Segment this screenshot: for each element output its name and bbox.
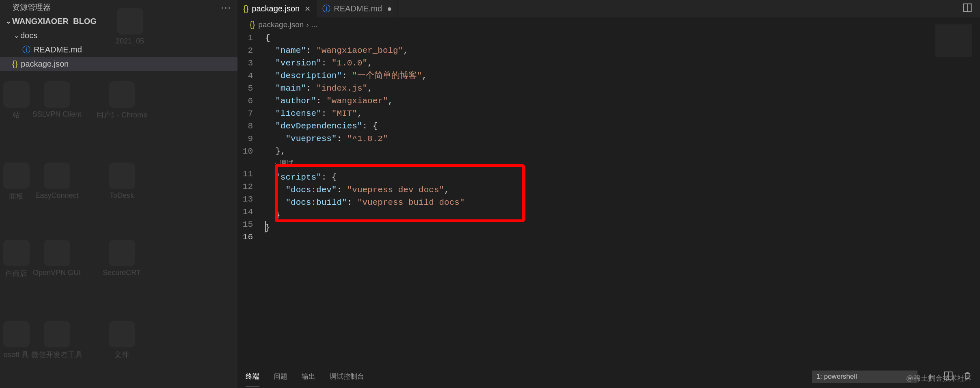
project-root[interactable]: WANGXIAOER_BLOG xyxy=(0,14,237,28)
more-icon[interactable]: ··· xyxy=(221,2,231,13)
json-icon: {} xyxy=(250,20,255,29)
code-content[interactable]: { "name": "wangxiaoer_bolg", "version": … xyxy=(265,32,980,365)
code-editor[interactable]: 1 2 3 4 5 6 7 8 9 10 11 12 13 14 15 16 { xyxy=(237,32,980,365)
chevron-down-icon xyxy=(12,32,20,39)
chevron-right-icon: › xyxy=(306,20,309,29)
codelens-debug[interactable]: ▷调试 xyxy=(265,158,980,171)
info-icon: ⓘ xyxy=(322,3,330,14)
tab-package-json[interactable]: {} package.json ✕ xyxy=(237,0,317,17)
explorer-sidebar: 2021_05 SSLVPN Client 用户1 - Chrome 站 面板 … xyxy=(0,0,237,388)
line-gutter: 1 2 3 4 5 6 7 8 9 10 11 12 13 14 15 16 xyxy=(237,32,265,365)
terminal-selector[interactable]: 1: powershell ⌄ xyxy=(812,371,917,383)
dirty-icon: ● xyxy=(387,4,392,13)
minimap[interactable] xyxy=(935,24,972,57)
tab-readme[interactable]: ⓘ README.md ● xyxy=(317,0,398,17)
chevron-down-icon xyxy=(4,17,12,25)
info-icon: ⓘ xyxy=(22,44,30,55)
json-icon: {} xyxy=(243,4,248,13)
editor: {} package.json ✕ ⓘ README.md ● {} packa… xyxy=(237,0,980,388)
panel-tab-problems[interactable]: 问题 xyxy=(274,367,287,386)
watermark: @稀土掘金技术社区 xyxy=(906,373,972,383)
panel-tab-output[interactable]: 输出 xyxy=(302,367,315,386)
explorer-title: 资源管理器 xyxy=(12,2,51,13)
cursor xyxy=(265,221,266,232)
file-readme[interactable]: ⓘ README.md xyxy=(0,43,237,57)
file-package-json[interactable]: {} package.json xyxy=(0,57,237,71)
tabs-bar: {} package.json ✕ ⓘ README.md ● xyxy=(237,0,980,17)
folder-docs[interactable]: docs xyxy=(0,28,237,43)
panel-tab-debug-console[interactable]: 调试控制台 xyxy=(330,367,364,386)
panel-bar: 终端 问题 输出 调试控制台 1: powershell ⌄ + xyxy=(237,365,980,388)
panel-tab-terminal[interactable]: 终端 xyxy=(246,367,259,386)
breadcrumb[interactable]: {} package.json › ... xyxy=(237,17,980,32)
split-editor-icon[interactable] xyxy=(963,3,972,14)
json-icon: {} xyxy=(12,59,17,69)
close-icon[interactable]: ✕ xyxy=(304,4,311,13)
